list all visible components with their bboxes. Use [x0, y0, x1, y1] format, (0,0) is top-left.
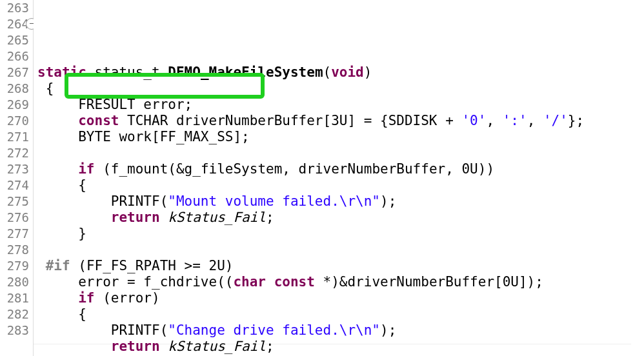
line-number: 280 [0, 274, 30, 290]
token: '0' [461, 113, 486, 128]
token: '/' [543, 113, 568, 128]
token: ( [323, 64, 332, 80]
code-line[interactable]: PRINTF("Change drive failed.\r\n"); [37, 322, 644, 339]
token: if [78, 161, 94, 177]
token: DEMO_MakeFileSystem [168, 64, 323, 80]
line-number: 273 [0, 161, 30, 177]
token [37, 339, 111, 354]
token [37, 113, 78, 128]
token: ); [380, 193, 396, 209]
code-line[interactable]: } [37, 226, 644, 242]
token: #if [46, 258, 70, 273]
token [266, 274, 274, 290]
line-number: 277 [0, 226, 30, 242]
code-line[interactable] [37, 145, 644, 161]
line-number: 282 [0, 306, 30, 322]
token: status_t [95, 64, 168, 80]
code-line[interactable]: FRESULT error; [37, 97, 644, 113]
code-line[interactable] [37, 242, 644, 258]
line-number: 268 [0, 81, 30, 97]
token: char [233, 274, 266, 290]
line-number: 271 [0, 129, 30, 145]
token: const [78, 113, 119, 128]
code-line[interactable]: if (f_mount(&g_fileSystem, driverNumberB… [37, 161, 644, 177]
token [160, 339, 168, 354]
token [86, 64, 95, 80]
line-number: 263 [0, 0, 30, 16]
token: ; [266, 210, 274, 225]
token: ); [380, 322, 396, 338]
code-line[interactable]: #if (FF_FS_RPATH >= 2U) [37, 258, 644, 274]
token: static [37, 64, 86, 80]
code-line[interactable]: static status_t DEMO_MakeFileSystem(void… [37, 64, 644, 81]
code-line[interactable]: BYTE work[FF_MAX_SS]; [37, 129, 644, 145]
token: (f_mount(&g_fileSystem, driverNumberBuff… [95, 161, 495, 177]
code-line[interactable]: return kStatus_Fail; [37, 210, 644, 226]
token: }; [568, 113, 584, 128]
line-number: 264− [0, 16, 30, 32]
token: , [486, 113, 502, 128]
token: FRESULT error; [37, 97, 192, 112]
line-number: 266 [0, 48, 30, 64]
code-line[interactable]: error = f_chdrive((char const *)&driverN… [37, 274, 644, 290]
token: return [111, 339, 160, 354]
token: (error) [95, 290, 160, 306]
token: (FF_FS_RPATH >= 2U) [70, 258, 234, 273]
line-number: 275 [0, 193, 30, 210]
line-number: 283 [0, 322, 30, 339]
line-number: 267 [0, 64, 30, 81]
token [37, 290, 78, 306]
token: ) [364, 64, 372, 80]
code-area[interactable]: static status_t DEMO_MakeFileSystem(void… [34, 0, 644, 356]
line-number: 270 [0, 113, 30, 129]
code-line[interactable]: return kStatus_Fail; [37, 339, 644, 355]
code-line[interactable]: { [37, 177, 644, 193]
token: kStatus_Fail [168, 339, 266, 354]
token: { [37, 81, 54, 96]
token: BYTE work[FF_MAX_SS]; [37, 129, 250, 144]
token: PRINTF( [37, 322, 168, 338]
token [37, 258, 46, 273]
token: ':' [503, 113, 527, 128]
line-number: 272 [0, 145, 30, 161]
token: "Mount volume failed.\r\n" [168, 193, 380, 209]
token: error = f_chdrive(( [37, 274, 233, 290]
line-number: 269 [0, 97, 30, 113]
token: { [37, 177, 86, 193]
code-editor[interactable]: 263264−265266267268269270271272273274275… [0, 0, 644, 356]
code-line[interactable]: { [37, 81, 644, 97]
code-line[interactable]: PRINTF("Mount volume failed.\r\n"); [37, 193, 644, 210]
code-line[interactable]: { [37, 306, 644, 322]
token: if [78, 290, 94, 306]
line-number-gutter: 263264−265266267268269270271272273274275… [0, 0, 34, 356]
line-number: 265 [0, 32, 30, 48]
line-number: 281 [0, 290, 30, 306]
line-number: 276 [0, 210, 30, 226]
token [37, 210, 111, 225]
token: kStatus_Fail [168, 210, 266, 225]
line-number: 274 [0, 177, 30, 193]
token: "Change drive failed.\r\n" [168, 322, 380, 338]
line-number: 278 [0, 242, 30, 258]
token: *)&driverNumberBuffer[0U]); [315, 274, 543, 290]
line-number: 279 [0, 258, 30, 274]
code-line[interactable] [37, 48, 644, 64]
token: return [111, 210, 160, 225]
token: ; [266, 339, 274, 354]
token [37, 161, 78, 177]
token: const [274, 274, 315, 290]
code-line[interactable]: if (error) [37, 290, 644, 306]
token: , [527, 113, 543, 128]
code-line[interactable]: const TCHAR driverNumberBuffer[3U] = {SD… [37, 113, 644, 129]
token: void [331, 64, 364, 80]
token: TCHAR driverNumberBuffer[3U] = {SDDISK + [119, 113, 461, 128]
token [160, 210, 168, 225]
token: } [37, 226, 86, 241]
token: PRINTF( [37, 193, 168, 209]
token: { [37, 306, 86, 322]
